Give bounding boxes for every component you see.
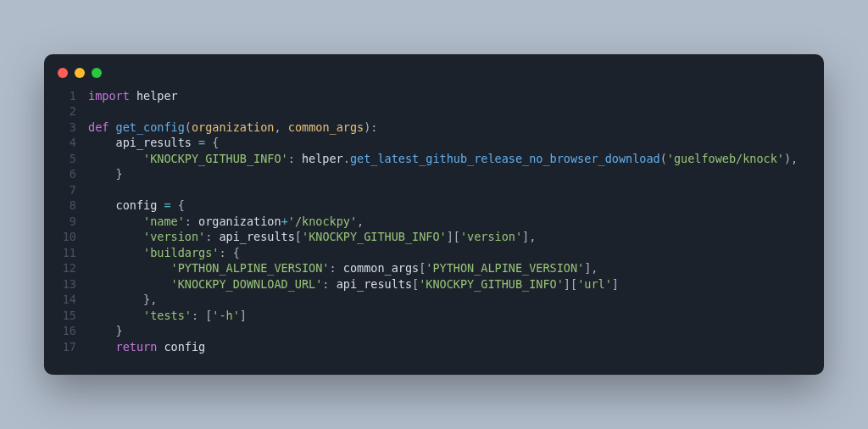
line-number: 17 xyxy=(44,339,88,355)
line-number: 5 xyxy=(44,151,88,167)
line-number: 10 xyxy=(44,229,88,245)
line-number: 6 xyxy=(44,166,88,182)
code-content: 'PYTHON_ALPINE_VERSION': common_args['PY… xyxy=(88,260,598,276)
code-content: api_results = { xyxy=(88,135,219,151)
line-number: 9 xyxy=(44,214,88,230)
code-line: 15 'tests': ['-h'] xyxy=(44,308,824,324)
line-number: 16 xyxy=(44,323,88,339)
code-content: }, xyxy=(88,292,157,308)
close-icon[interactable] xyxy=(58,68,68,78)
code-line: 4 api_results = { xyxy=(44,135,824,151)
code-content: } xyxy=(88,166,123,182)
line-number: 1 xyxy=(44,88,88,104)
code-content: 'name': organization+'/knockpy', xyxy=(88,214,364,230)
code-line: 11 'buildargs': { xyxy=(44,245,824,261)
code-line: 5 'KNOCKPY_GITHUB_INFO': helper.get_late… xyxy=(44,151,824,167)
code-content: config = { xyxy=(88,198,185,214)
code-line: 10 'version': api_results['KNOCKPY_GITHU… xyxy=(44,229,824,245)
line-number: 8 xyxy=(44,198,88,214)
code-content: 'buildargs': { xyxy=(88,245,240,261)
code-line: 8 config = { xyxy=(44,198,824,214)
code-content: 'KNOCKPY_DOWNLOAD_URL': api_results['KNO… xyxy=(88,276,619,292)
code-line: 16 } xyxy=(44,323,824,339)
code-editor: 1import helper2 3def get_config(organiza… xyxy=(44,86,824,355)
code-line: 7 xyxy=(44,182,824,198)
line-number: 3 xyxy=(44,120,88,136)
window-titlebar xyxy=(44,54,824,86)
code-line: 14 }, xyxy=(44,292,824,308)
code-content: 'version': api_results['KNOCKPY_GITHUB_I… xyxy=(88,229,536,245)
code-line: 13 'KNOCKPY_DOWNLOAD_URL': api_results['… xyxy=(44,276,824,292)
code-line: 2 xyxy=(44,103,824,120)
code-line: 1import helper xyxy=(44,88,824,104)
maximize-icon[interactable] xyxy=(92,68,102,78)
line-number: 12 xyxy=(44,260,88,276)
minimize-icon[interactable] xyxy=(75,68,85,78)
line-number: 13 xyxy=(44,276,88,292)
code-content: 'tests': ['-h'] xyxy=(88,308,247,324)
line-number: 15 xyxy=(44,308,88,324)
code-line: 6 } xyxy=(44,166,824,182)
code-content: import helper xyxy=(88,88,178,104)
code-window: 1import helper2 3def get_config(organiza… xyxy=(44,54,824,376)
line-number: 14 xyxy=(44,292,88,308)
line-number: 2 xyxy=(44,103,88,120)
code-content: } xyxy=(88,323,123,339)
code-line: 9 'name': organization+'/knockpy', xyxy=(44,214,824,230)
line-number: 11 xyxy=(44,245,88,261)
code-line: 17 return config xyxy=(44,339,824,355)
line-number: 7 xyxy=(44,182,88,198)
code-line: 12 'PYTHON_ALPINE_VERSION': common_args[… xyxy=(44,260,824,276)
code-content xyxy=(88,103,95,120)
code-line: 3def get_config(organization, common_arg… xyxy=(44,120,824,136)
code-content: return config xyxy=(88,339,205,355)
code-content xyxy=(88,182,95,198)
line-number: 4 xyxy=(44,135,88,151)
code-content: 'KNOCKPY_GITHUB_INFO': helper.get_latest… xyxy=(88,151,798,167)
code-content: def get_config(organization, common_args… xyxy=(88,120,377,136)
